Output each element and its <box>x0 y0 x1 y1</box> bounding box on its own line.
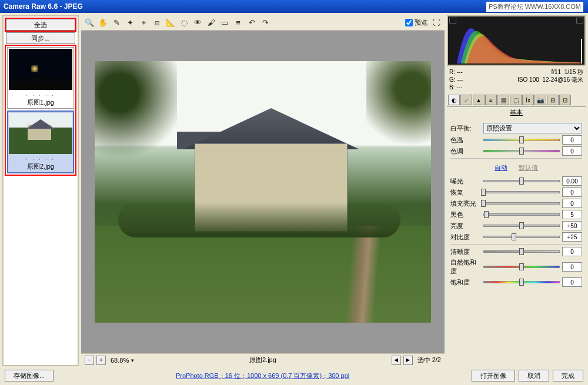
gradient-filter-icon[interactable]: ▭ <box>220 18 229 28</box>
thumbnail-label: 原图1.jpg <box>27 98 54 107</box>
recovery-label: 恢复 <box>450 188 481 197</box>
clarity-value[interactable]: 0 <box>562 247 582 256</box>
save-image-button[interactable]: 存储图像... <box>5 370 54 381</box>
zoom-level[interactable]: 68.8% <box>111 357 129 364</box>
app-title: Camera Raw 6.6 - JPEG <box>4 2 83 11</box>
zoom-out-button[interactable]: − <box>85 356 94 365</box>
temp-value[interactable]: 0 <box>562 135 582 145</box>
exposure-value[interactable]: 0.00 <box>562 176 582 186</box>
center-panel: 🔍 ✋ ✎ ✦ ⌖ ⧈ 📐 ◌ 👁 🖌 ▭ ≡ ↶ ↷ 预览 ⛶ <box>81 15 445 366</box>
thumbnail-2[interactable]: . . . . . 原图2.jpg <box>7 111 74 173</box>
select-all-button[interactable]: 全选 <box>6 19 75 31</box>
temp-slider[interactable] <box>483 136 560 144</box>
tint-value[interactable]: 0 <box>562 146 582 156</box>
target-adjust-icon[interactable]: ⌖ <box>139 18 148 28</box>
thumbnail-label: 原图2.jpg <box>27 162 54 171</box>
clarity-slider[interactable] <box>483 247 560 256</box>
meta-g: G: --- <box>449 76 463 83</box>
redeye-tool-icon[interactable]: 👁 <box>193 18 202 28</box>
tint-label: 色调 <box>450 147 481 156</box>
vibrance-slider[interactable] <box>483 263 560 271</box>
adjustment-brush-icon[interactable]: 🖌 <box>206 18 216 28</box>
fullscreen-icon[interactable]: ⛶ <box>432 18 441 28</box>
fill-label: 填充亮光 <box>450 199 481 208</box>
spot-removal-icon[interactable]: ◌ <box>179 18 189 28</box>
recovery-slider[interactable] <box>483 188 560 196</box>
right-panel: R: --- G: --- B: --- f/11 1/15 秒 ISO 100… <box>447 15 586 366</box>
tab-hsl[interactable]: ≡ <box>485 95 497 105</box>
thumbnail-image-2 <box>9 113 72 154</box>
exposure-slider[interactable] <box>483 177 560 185</box>
black-slider[interactable] <box>483 210 560 219</box>
wb-select[interactable]: 原照设置 <box>483 123 582 133</box>
bright-label: 亮度 <box>450 222 481 230</box>
rating-dots: . . . . . <box>26 91 55 97</box>
highlight-clip-icon[interactable] <box>576 18 583 24</box>
thumbnail-1[interactable]: . . . . . 原图1.jpg <box>7 47 74 109</box>
histogram[interactable] <box>447 15 586 66</box>
canvas[interactable] <box>81 31 445 353</box>
bright-slider[interactable] <box>483 222 560 230</box>
footer: 存储图像... ProPhoto RGB；16 位；1000 x 669 (0.… <box>2 369 586 383</box>
zoom-in-button[interactable]: + <box>96 356 106 365</box>
wb-tool-icon[interactable]: ✎ <box>112 18 121 28</box>
hand-tool-icon[interactable]: ✋ <box>98 18 108 28</box>
zoom-tool-icon[interactable]: 🔍 <box>85 18 94 28</box>
color-sampler-icon[interactable]: ✦ <box>125 18 135 28</box>
tab-lens[interactable]: ⬚ <box>510 95 522 105</box>
temp-label: 色温 <box>450 136 481 145</box>
workflow-link[interactable]: ProPhoto RGB；16 位；1000 x 669 (0.7 百万像素)；… <box>57 371 468 380</box>
crop-tool-icon[interactable]: ⧈ <box>152 18 162 28</box>
selection-count: 选中 2/2 <box>417 356 441 364</box>
contrast-label: 对比度 <box>450 233 481 242</box>
sat-slider[interactable] <box>483 278 560 286</box>
tab-snapshots[interactable]: ⊡ <box>559 95 571 105</box>
thumbnail-image-1 <box>9 49 72 90</box>
cancel-button[interactable]: 取消 <box>519 370 549 381</box>
main-area: 全选 同步... . . . . . 原图1.jpg . . . . . 原图2… <box>0 13 588 369</box>
tab-fx[interactable]: fx <box>522 95 534 105</box>
tab-split[interactable]: ▤ <box>497 95 509 105</box>
recovery-value[interactable]: 0 <box>562 188 582 197</box>
sat-value[interactable]: 0 <box>562 277 582 287</box>
straighten-tool-icon[interactable]: 📐 <box>166 18 175 28</box>
bright-value[interactable]: +50 <box>562 221 582 230</box>
auto-link[interactable]: 自动 <box>495 164 507 171</box>
tab-curve[interactable]: ⟋ <box>460 95 472 105</box>
preview-label: 预览 <box>415 18 427 27</box>
contrast-value[interactable]: +25 <box>562 232 582 242</box>
tab-detail[interactable]: ▲ <box>473 95 485 105</box>
preview-checkbox[interactable] <box>405 19 413 26</box>
meta-b: B: --- <box>449 83 463 91</box>
shadow-clip-icon[interactable] <box>449 18 456 24</box>
meta-r: R: --- <box>449 68 463 76</box>
clarity-label: 清晰度 <box>450 247 481 256</box>
tab-presets[interactable]: ⊟ <box>547 95 559 105</box>
contrast-slider[interactable] <box>483 233 560 241</box>
prev-image-button[interactable]: ◄ <box>392 356 401 365</box>
rotate-ccw-icon[interactable]: ↶ <box>247 18 256 28</box>
toolbar: 🔍 ✋ ✎ ✦ ⌖ ⧈ 📐 ◌ 👁 🖌 ▭ ≡ ↶ ↷ 预览 ⛶ <box>81 15 445 31</box>
open-image-button[interactable]: 打开图像 <box>472 370 515 381</box>
tint-slider[interactable] <box>483 147 560 155</box>
wb-label: 白平衡: <box>450 124 481 133</box>
black-label: 黑色 <box>450 210 481 219</box>
next-image-button[interactable]: ► <box>403 356 413 365</box>
prefs-icon[interactable]: ≡ <box>233 18 243 28</box>
black-value[interactable]: 5 <box>562 210 582 219</box>
fill-slider[interactable] <box>483 199 560 207</box>
done-button[interactable]: 完成 <box>553 370 583 381</box>
tab-camera[interactable]: 📷 <box>534 95 546 105</box>
basic-panel: 白平衡: 原照设置 色温 0 色调 0 自动 默认值 曝光0.00恢复0填充亮光… <box>447 119 586 366</box>
tab-basic[interactable]: ◐ <box>448 95 460 105</box>
meta-iso: ISO 100 12-24@16 毫米 <box>517 76 583 83</box>
vibrance-label: 自然饱和度 <box>450 258 481 276</box>
vibrance-value[interactable]: 0 <box>562 262 582 272</box>
panel-title: 基本 <box>447 106 586 118</box>
fill-value[interactable]: 0 <box>562 199 582 208</box>
exif-meta: R: --- G: --- B: --- f/11 1/15 秒 ISO 100… <box>447 67 586 92</box>
sync-button[interactable]: 同步... <box>6 32 75 44</box>
rotate-cw-icon[interactable]: ↷ <box>260 18 270 28</box>
watermark: PS教程论坛 WWW.16XX8.COM <box>486 2 583 12</box>
default-link[interactable]: 默认值 <box>519 164 538 171</box>
